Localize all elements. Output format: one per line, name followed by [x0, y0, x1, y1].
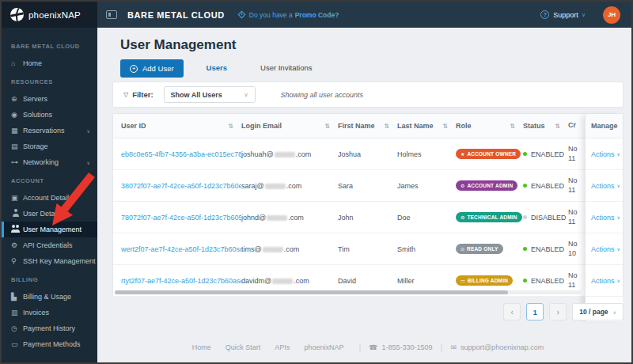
column-header-last-name[interactable]: Last Name⇅ [397, 122, 456, 130]
user-id-link[interactable]: wert2f07-ae7f-42ce-a50f-1d23c7b60sdf [121, 245, 241, 253]
login-email: johnd@.com [241, 214, 338, 222]
sidebar-item-payment-history[interactable]: ◷ Payment History [2, 320, 97, 336]
sidebar-item-solutions[interactable]: ◉ Solutions [2, 107, 97, 123]
user-id-link[interactable]: 38072f07-ae7f-42ce-a50f-1d23c7b60edc [121, 182, 241, 190]
api-credentials-icon: ⚙ [11, 241, 23, 249]
table-row: eb8c0e65-4fb7-4356-a3ba-ec015ec78562 jos… [113, 138, 623, 170]
add-user-button[interactable]: + Add User [120, 59, 184, 78]
chevron-down-icon: ∨ [244, 92, 248, 98]
footer-link-phoenixnap[interactable]: phoenixNAP [304, 343, 343, 351]
brand-logo[interactable]: phoenixNAP [2, 2, 97, 28]
last-name: James [397, 182, 456, 190]
table-row: wert2f07-ae7f-42ce-a50f-1d23c7b60sdf tim… [113, 233, 623, 265]
sort-icon[interactable]: ⇅ [384, 123, 389, 130]
next-page-button[interactable]: › [549, 303, 567, 320]
created-on: No11 [568, 271, 585, 290]
status-dot [523, 184, 527, 188]
billing-usage-icon: ▙ [11, 293, 23, 301]
chevron-down-icon: ∨ [582, 12, 586, 18]
sidebar-item-home[interactable]: ⌂ Home [2, 55, 97, 71]
users-table: User ID⇅ Login Email⇅ First Name⇅ Last N… [112, 113, 624, 297]
role-badge: ★ACCOUNT OWNER [456, 149, 521, 159]
first-name: John [338, 214, 397, 222]
account-details-icon: ▣ [11, 194, 23, 202]
first-name: Joshua [338, 150, 397, 158]
filter-label: Filter: [132, 90, 153, 99]
actions-button[interactable]: Actions∨ [591, 182, 620, 190]
collapse-sidebar-icon[interactable] [106, 10, 117, 19]
sidebar-item-billing-usage[interactable]: ▙ Billing & Usage [2, 289, 97, 305]
first-name: Sara [338, 182, 397, 190]
column-header-login-email[interactable]: Login Email⇅ [241, 122, 338, 130]
last-name: Smith [397, 245, 456, 253]
table-header: User ID⇅ Login Email⇅ First Name⇅ Last N… [113, 114, 623, 138]
user-avatar[interactable]: JH [603, 6, 620, 24]
payment-history-icon: ◷ [11, 324, 23, 332]
footer-link-quick-start[interactable]: Quick Start [226, 343, 261, 351]
phoenixnap-globe-icon [10, 8, 24, 21]
chevron-down-icon: ∨ [617, 214, 620, 220]
networking-icon: ⊶ [11, 158, 23, 166]
home-icon: ⌂ [11, 59, 23, 67]
created-on: No11 [568, 145, 585, 163]
status: ENABLED [523, 245, 568, 253]
sidebar-item-user-details[interactable]: User Details [2, 206, 97, 222]
main-content: User Management + Add User Users User In… [97, 28, 631, 362]
footer-link-home[interactable]: Home [192, 343, 211, 351]
sidebar-item-api-credentials[interactable]: ⚙ API Credentials [2, 237, 97, 253]
column-header-created[interactable]: Cr [568, 121, 585, 130]
actions-button[interactable]: Actions∨ [591, 214, 620, 222]
first-name: Tim [338, 245, 397, 253]
footer-link-apis[interactable]: APIs [275, 343, 290, 351]
column-header-role[interactable]: Role⇅ [456, 122, 523, 130]
column-header-status[interactable]: Status⇅ [523, 122, 568, 130]
scrollbar-thumb[interactable] [115, 290, 508, 294]
login-email: davidm@.com [241, 277, 338, 285]
created-on: No11 [568, 208, 585, 226]
sidebar: BARE METAL CLOUD ⌂ Home RESOURCES ⊕ Serv… [2, 28, 97, 362]
sidebar-item-invoices[interactable]: ▥ Invoices [2, 305, 97, 320]
first-name: David [338, 277, 397, 285]
sidebar-item-user-management[interactable]: User Management [2, 222, 97, 237]
sort-icon[interactable]: ⇅ [324, 123, 330, 130]
tab-user-invitations[interactable]: User Invitations [259, 59, 313, 82]
page-size-dropdown[interactable]: 10 / page ∨ [572, 303, 624, 320]
redacted-domain [272, 279, 293, 284]
actions-button[interactable]: Actions∨ [591, 150, 620, 158]
sidebar-item-servers[interactable]: ⊕ Servers [2, 91, 97, 107]
user-id-link[interactable]: eb8c0e65-4fb7-4356-a3ba-ec015ec78562 [121, 150, 241, 158]
servers-icon: ⊕ [11, 95, 23, 103]
actions-button[interactable]: Actions∨ [591, 245, 620, 253]
sidebar-item-account-details[interactable]: ▣ Account Details [2, 190, 97, 206]
filter-dropdown[interactable]: Show All Users ∨ [164, 86, 256, 103]
promo-text: Do you have a [249, 11, 293, 19]
chevron-down-icon: ∨ [617, 278, 620, 283]
chevron-down-icon: ∨ [613, 309, 616, 315]
promo-code-link[interactable]: Do you have aPromo Code? [239, 11, 339, 19]
sort-icon[interactable]: ⇅ [510, 123, 515, 130]
sort-icon[interactable]: ⇅ [442, 123, 448, 130]
reservations-icon: ▦ [11, 127, 23, 135]
sort-icon[interactable]: ⇅ [228, 123, 233, 130]
footer: Home Quick Start APIs phoenixNAP | ☎1-85… [97, 343, 631, 352]
support-menu[interactable]: ? Support ∨ [540, 10, 586, 19]
storage-icon: ▤ [11, 142, 23, 150]
sidebar-item-networking[interactable]: ⊶ Networking ∨ [2, 154, 97, 170]
sort-icon[interactable]: ⇅ [555, 123, 560, 130]
footer-phone: 1-855-330-1509 [382, 343, 433, 351]
sidebar-item-storage[interactable]: ▤ Storage [2, 138, 97, 154]
user-id-link[interactable]: 78072f07-ae7f-42ce-a50f-1d23c7b60564 [121, 214, 241, 222]
sidebar-item-payment-methods[interactable]: ▭ Payment Methods [2, 336, 97, 352]
sidebar-item-reservations[interactable]: ▦ Reservations ∨ [2, 123, 97, 138]
tab-users[interactable]: Users [205, 59, 229, 82]
user-id-link[interactable]: rtyt2f07-ae7f-42ce-a50f-1d23c7b60asd [121, 277, 241, 285]
filter-funnel-icon: ▽ [123, 91, 128, 98]
user-details-icon [11, 209, 23, 218]
prev-page-button[interactable]: ‹ [503, 303, 521, 320]
top-bar: phoenixNAP BARE METAL CLOUD Do you have … [2, 2, 631, 28]
page-number-1[interactable]: 1 [526, 303, 544, 320]
column-header-user-id[interactable]: User ID⇅ [113, 122, 241, 130]
column-header-first-name[interactable]: First Name⇅ [338, 122, 397, 130]
sidebar-item-ssh-key-management[interactable]: ⚲ SSH Key Management [2, 253, 97, 269]
actions-button[interactable]: Actions∨ [591, 277, 620, 285]
